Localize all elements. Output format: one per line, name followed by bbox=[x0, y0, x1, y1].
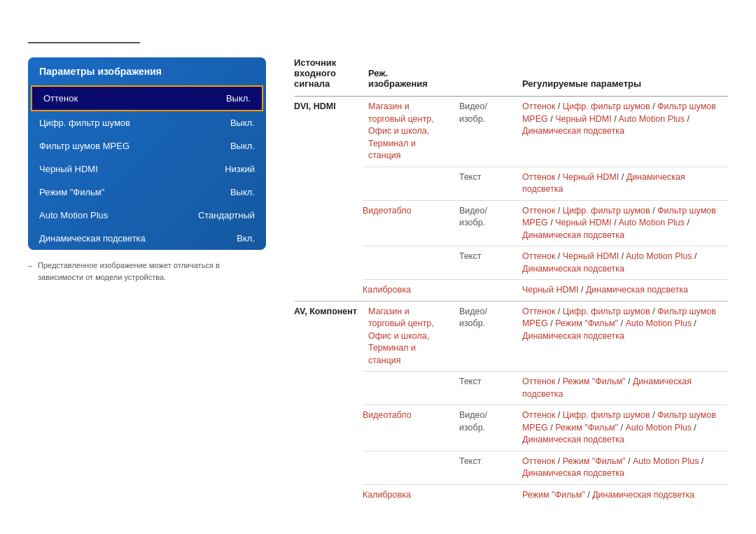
param-red: Черный HDMI bbox=[555, 218, 612, 227]
col-header-imgmode bbox=[454, 57, 517, 97]
mode-cell bbox=[363, 372, 454, 405]
param-separator: / bbox=[685, 218, 690, 227]
param-red: Оттенок bbox=[522, 307, 555, 316]
param-separator: / bbox=[548, 114, 555, 124]
img-mode-cell: Текст bbox=[454, 246, 517, 280]
menu-item-value-5: Стандартный bbox=[198, 210, 255, 220]
param-separator: / bbox=[555, 101, 562, 111]
mode-cell: Калибровка bbox=[363, 484, 454, 505]
param-red: Режим "Фильм" bbox=[522, 490, 585, 500]
param-separator: / bbox=[625, 377, 632, 386]
param-separator: / bbox=[548, 318, 555, 328]
params-cell: Оттенок / Цифр. фильтр шумов / Фильтр шу… bbox=[517, 97, 728, 167]
param-red: Auto Motion Plus bbox=[633, 456, 699, 466]
param-separator: / bbox=[555, 410, 562, 420]
param-red: Цифр. фильтр шумов bbox=[563, 307, 650, 316]
img-mode-cell: Текст bbox=[454, 372, 517, 405]
menu-item-5[interactable]: Auto Motion PlusСтандартный bbox=[28, 204, 266, 227]
menu-item-value-6: Вкл. bbox=[237, 233, 255, 244]
left-panel: Параметры изображения ОттенокВыкл.Цифр. … bbox=[28, 57, 266, 283]
param-separator: / bbox=[619, 251, 626, 261]
img-mode-cell bbox=[454, 280, 517, 302]
param-red: Динамическая подсветка bbox=[522, 331, 624, 341]
mode-cell: Видеотабло bbox=[363, 405, 454, 451]
params-cell: Оттенок / Режим "Фильм" / Динамическая п… bbox=[517, 372, 728, 405]
param-separator: / bbox=[548, 218, 555, 227]
menu-item-value-2: Выкл. bbox=[230, 141, 255, 151]
param-red: Черный HDMI bbox=[563, 251, 620, 261]
menu-item-0[interactable]: ОттенокВыкл. bbox=[31, 85, 263, 111]
param-red: Оттенок bbox=[522, 101, 555, 111]
param-red: Цифр. фильтр шумов bbox=[563, 206, 650, 216]
param-red: Черный HDMI bbox=[563, 172, 620, 182]
img-mode-cell bbox=[454, 484, 517, 505]
menu-item-value-4: Выкл. bbox=[230, 187, 255, 197]
params-cell: Оттенок / Черный HDMI / Auto Motion Plus… bbox=[517, 246, 728, 280]
mode-cell bbox=[363, 451, 454, 484]
param-separator: / bbox=[612, 114, 619, 124]
param-separator: / bbox=[685, 114, 690, 124]
param-red: Оттенок bbox=[522, 377, 555, 386]
params-cell: Оттенок / Цифр. фильтр шумов / Фильтр шу… bbox=[517, 405, 728, 451]
param-separator: / bbox=[625, 456, 632, 466]
menu-item-2[interactable]: Фильтр шумов MPEGВыкл. bbox=[28, 134, 266, 157]
img-mode-cell: Видео/изобр. bbox=[454, 301, 517, 372]
menu-item-label-4: Режим "Фильм" bbox=[39, 187, 104, 197]
menu-item-label-6: Динамическая подсветка bbox=[39, 233, 146, 244]
col-header-source: Источниквходногосигнала bbox=[294, 57, 363, 97]
param-red: Черный HDMI bbox=[522, 285, 579, 295]
param-red: Режим "Фильм" bbox=[555, 318, 618, 328]
param-separator: / bbox=[650, 101, 657, 111]
param-red: Динамическая подсветка bbox=[592, 490, 694, 500]
param-separator: / bbox=[692, 251, 696, 261]
param-separator: / bbox=[699, 456, 704, 466]
menu-item-label-2: Фильтр шумов MPEG bbox=[39, 141, 130, 151]
menu-item-value-1: Выкл. bbox=[230, 118, 255, 128]
menu-item-6[interactable]: Динамическая подсветкаВкл. bbox=[28, 227, 266, 250]
param-red: Auto Motion Plus bbox=[625, 318, 692, 328]
menu-item-4[interactable]: Режим "Фильм"Выкл. bbox=[28, 181, 266, 204]
param-separator: / bbox=[555, 251, 562, 261]
param-red: Auto Motion Plus bbox=[618, 218, 685, 227]
param-separator: / bbox=[555, 456, 562, 466]
mode-cell: Магазин и торговый центр, Офис и школа, … bbox=[363, 301, 454, 372]
menu-item-label-1: Цифр. фильтр шумов bbox=[39, 118, 130, 128]
param-red: Оттенок bbox=[522, 172, 555, 182]
param-red: Динамическая подсветка bbox=[522, 435, 624, 444]
menu-item-label-3: Черный HDMI bbox=[39, 164, 98, 174]
param-separator: / bbox=[650, 410, 657, 420]
menu-item-1[interactable]: Цифр. фильтр шумовВыкл. bbox=[28, 111, 266, 134]
param-separator: / bbox=[555, 172, 562, 182]
param-red: Динамическая подсветка bbox=[522, 264, 624, 274]
col-header-mode: Реж. изображения bbox=[363, 57, 454, 97]
menu-title: Параметры изображения bbox=[28, 57, 266, 85]
param-red: Цифр. фильтр шумов bbox=[563, 101, 650, 111]
param-red: Оттенок bbox=[522, 251, 555, 261]
param-red: Черный HDMI bbox=[555, 114, 612, 124]
param-separator: / bbox=[692, 318, 696, 328]
param-red: Режим "Фильм" bbox=[555, 423, 618, 433]
param-red: Режим "Фильм" bbox=[563, 456, 626, 466]
source-cell-0: DVI, HDMI bbox=[294, 97, 363, 302]
params-cell: Оттенок / Цифр. фильтр шумов / Фильтр шу… bbox=[517, 200, 728, 246]
param-red: Режим "Фильм" bbox=[563, 377, 626, 386]
params-cell: Черный HDMI / Динамическая подсветка bbox=[517, 280, 728, 302]
table-row: DVI, HDMIМагазин и торговый центр, Офис … bbox=[294, 97, 728, 167]
menu-item-3[interactable]: Черный HDMIНизкий bbox=[28, 157, 266, 181]
param-red: Оттенок bbox=[522, 206, 555, 216]
param-red: Auto Motion Plus bbox=[618, 114, 685, 124]
param-red: Динамическая подсветка bbox=[522, 126, 624, 136]
menu-item-label-5: Auto Motion Plus bbox=[39, 210, 108, 220]
param-separator: / bbox=[618, 318, 625, 328]
menu-item-value-3: Низкий bbox=[225, 164, 255, 174]
col-header-params: Регулируемые параметры bbox=[517, 57, 728, 97]
param-red: Оттенок bbox=[522, 410, 555, 420]
menu-item-label-0: Оттенок bbox=[43, 93, 78, 104]
img-mode-cell: Текст bbox=[454, 167, 517, 200]
param-separator: / bbox=[585, 490, 592, 500]
params-cell: Оттенок / Черный HDMI / Динамическая под… bbox=[517, 167, 728, 200]
img-mode-cell: Видео/изобр. bbox=[454, 200, 517, 246]
mode-cell bbox=[363, 167, 454, 200]
note: Представленное изображение может отличат… bbox=[28, 260, 266, 283]
param-separator: / bbox=[650, 206, 657, 216]
